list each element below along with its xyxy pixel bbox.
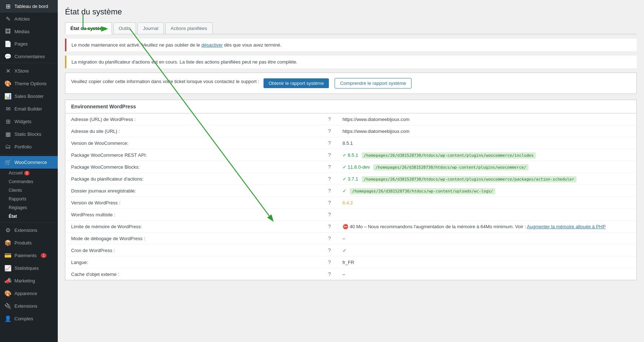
sidebar-item-produits[interactable]: 📦 Produits (0, 237, 58, 249)
tabs-nav: État du système Outils Journal Actions p… (65, 22, 637, 34)
notice-migration: La migration du planificateur d'actions … (65, 56, 637, 68)
table-row: Adresse du site (URL) :?https://www.diat… (65, 125, 637, 137)
tab-etat-systeme[interactable]: État du système (65, 22, 112, 34)
check-mark: ✓ (343, 188, 347, 194)
table-row: Package WooCommerce Blocks:?✓ 11.8.0-dev… (65, 161, 637, 173)
table-row: Adresse (URL) de WordPress :?https://www… (65, 113, 637, 125)
accueil-badge: 6 (24, 171, 30, 176)
error-icon: ⛔ (343, 224, 348, 229)
sidebar-item-medias[interactable]: 🖼 Médias (0, 25, 58, 38)
table-row: Cache d'objet externe :?– (65, 268, 637, 280)
path-value: /homepages/26/d381528730/htdocs/wp-conte… (373, 164, 528, 170)
main-content: État du système État du système Outils J… (58, 0, 644, 342)
ext2-icon: 🔌 (4, 303, 12, 309)
help-icon: ? (328, 224, 331, 229)
sidebar-item-woocommerce[interactable]: 🛒 WooCommerce (0, 156, 58, 169)
widgets-icon: ⊞ (4, 118, 12, 125)
sidebar-sub-reglages[interactable]: Réglages (0, 203, 58, 212)
comments-icon: 💬 (4, 53, 12, 60)
sidebar-sub-rapports[interactable]: Rapports (0, 195, 58, 203)
paiements-badge: 1 (41, 253, 47, 258)
tab-journal[interactable]: Journal (138, 22, 164, 34)
help-icon: ? (328, 152, 331, 158)
sidebar-item-comptes[interactable]: 👤 Comptes (0, 312, 58, 325)
extensions-icon: ⚙ (4, 227, 12, 234)
articles-icon: ✎ (4, 16, 12, 22)
sidebar-item-xstore[interactable]: ✕ XStore (0, 65, 58, 77)
sidebar-item-statistiques[interactable]: 📈 Statistiques (0, 262, 58, 274)
table-row: Package du planificateur d'actions:?✓ 3.… (65, 173, 637, 185)
table-row: Version de WordPress :?6.4.2 (65, 197, 637, 209)
theme-icon: 🎨 (4, 80, 12, 87)
info-copy-box: Veuillez copier coller cette information… (65, 73, 637, 94)
sidebar-item-apparence[interactable]: 🎨 Apparence (0, 287, 58, 300)
help-icon: ? (328, 259, 331, 265)
sidebar-item-paiements[interactable]: 💳 Paiements 1 (0, 249, 58, 262)
help-icon: ? (328, 212, 331, 217)
help-icon: ? (328, 140, 331, 146)
help-icon: ? (328, 200, 331, 205)
tab-outils[interactable]: Outils (113, 22, 136, 34)
sidebar-sub-clients[interactable]: Clients (0, 186, 58, 195)
understand-report-button[interactable]: Comprendre le rapport système (335, 78, 412, 88)
help-icon: ? (328, 128, 331, 134)
table-row: Langue:?fr_FR (65, 256, 637, 268)
path-value: /homepages/26/d381528730/htdocs/wp-conte… (362, 176, 576, 182)
sidebar-sub-accueil[interactable]: Accueil 6 (0, 169, 58, 177)
xstore-icon: ✕ (4, 68, 12, 74)
check-mark: ✓ 11.8.0-dev (343, 164, 370, 170)
portfolio-icon: 🗂 (4, 143, 12, 150)
sales-icon: 📊 (4, 93, 12, 100)
table-row: Limite de mémoire de WordPress:?⛔40 Mo –… (65, 221, 637, 233)
sidebar-item-pages[interactable]: 📄 Pages (0, 38, 58, 50)
comptes-icon: 👤 (4, 315, 12, 322)
notice-maintenance: Le mode maintenance est activé. Veuillez… (65, 39, 637, 51)
tab-actions-planifiees[interactable]: Actions planifiées (165, 22, 213, 34)
table-row: Package WooCommerce REST API:?✓ 8.5.1 /h… (65, 149, 637, 161)
table-row: Dossier journaux enregistrable:?✓ /homep… (65, 185, 637, 197)
sidebar-item-theme-options[interactable]: 🎨 Theme Options (0, 77, 58, 90)
help-icon: ? (328, 176, 331, 182)
env-section-title: Environnement WordPress (65, 100, 637, 113)
sidebar-sub-etat[interactable]: État (0, 212, 58, 221)
sidebar-item-email-builder[interactable]: ✉ Email Builder (0, 103, 58, 115)
sidebar-item-commentaires[interactable]: 💬 Commentaires (0, 50, 58, 63)
sidebar-item-extensions[interactable]: ⚙ Extensions (0, 224, 58, 237)
marketing-icon: 📣 (4, 277, 12, 284)
woo-icon: 🛒 (4, 159, 12, 166)
sidebar-item-articles[interactable]: ✎ Articles (0, 13, 58, 25)
email-icon: ✉ (4, 105, 12, 112)
get-report-button[interactable]: Obtenir le rapport système (264, 78, 329, 88)
help-icon: ? (328, 188, 331, 194)
check-mark: ✓ 3.7.1 (343, 176, 358, 182)
path-value: /homepages/26/d381528730/htdocs/wp-conte… (350, 188, 495, 194)
help-icon: ? (328, 271, 331, 277)
paiements-icon: 💳 (4, 252, 12, 259)
path-value: /homepages/26/d381528730/htdocs/wp-conte… (362, 152, 536, 159)
sidebar-item-tableau-de-bord[interactable]: ⊞ Tableau de bord (0, 0, 58, 13)
memory-link[interactable]: Augmenter la mémoire allouée à PHP (527, 224, 606, 229)
sidebar-item-sales-booster[interactable]: 📊 Sales Booster (0, 90, 58, 103)
help-icon: ? (328, 235, 331, 241)
media-icon: 🖼 (4, 28, 12, 35)
info-copy-text: Veuillez copier coller cette information… (71, 79, 259, 84)
table-row: Version de WooCommerce:?8.5.1 (65, 137, 637, 149)
check-icon: ✓ (343, 248, 347, 253)
help-icon: ? (328, 116, 331, 122)
produits-icon: 📦 (4, 239, 12, 246)
pages-icon: 📄 (4, 40, 12, 47)
sidebar-item-static-blocks[interactable]: ▦ Static Blocks (0, 128, 58, 140)
help-icon: ? (328, 247, 331, 253)
sidebar-item-widgets[interactable]: ⊞ Widgets (0, 115, 58, 128)
page-title: État du système (65, 7, 637, 17)
sidebar-item-ext2[interactable]: 🔌 Extensions (0, 300, 58, 312)
sidebar-sub-commandes[interactable]: Commandes (0, 177, 58, 186)
table-row: Cron de WordPress :?✓ (65, 244, 637, 256)
table-row: Mode de débogage de WordPress :?– (65, 233, 637, 244)
apparence-icon: 🎨 (4, 290, 12, 297)
desactiver-link[interactable]: désactiver (201, 42, 223, 48)
stats-icon: 📈 (4, 265, 12, 272)
sidebar-item-portfolio[interactable]: 🗂 Portfolio (0, 140, 58, 153)
sidebar-item-marketing[interactable]: 📣 Marketing (0, 274, 58, 287)
sidebar: ⊞ Tableau de bord ✎ Articles 🖼 Médias 📄 … (0, 0, 58, 342)
